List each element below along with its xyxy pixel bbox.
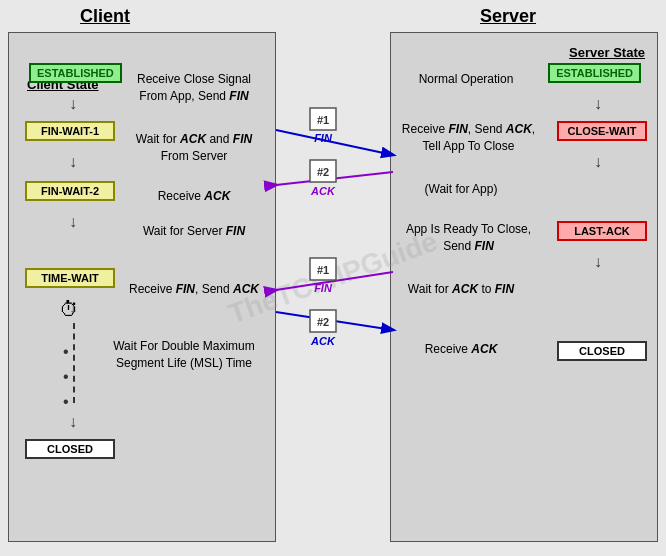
svg-text:#1: #1 bbox=[317, 114, 329, 126]
svg-rect-13 bbox=[310, 310, 336, 332]
desc-close-signal: Receive Close Signal From App, Send FIN bbox=[129, 71, 259, 105]
state-fin-wait-2: FIN-WAIT-2 bbox=[25, 181, 115, 201]
desc-wait-ack-fin-s: Wait for ACK to FIN bbox=[396, 281, 526, 298]
desc-wait-app: (Wait for App) bbox=[396, 181, 526, 198]
desc-normal-op: Normal Operation bbox=[401, 71, 531, 88]
svg-text:FIN: FIN bbox=[314, 132, 333, 144]
svg-line-4 bbox=[276, 172, 393, 185]
dot1: • bbox=[63, 343, 69, 361]
state-fin-wait-1: FIN-WAIT-1 bbox=[25, 121, 115, 141]
dotted-wait-line bbox=[73, 323, 75, 403]
state-established-client: ESTABLISHED bbox=[29, 63, 122, 83]
state-last-ack: LAST-ACK bbox=[557, 221, 647, 241]
svg-text:FIN: FIN bbox=[314, 282, 333, 294]
desc-receive-ack: Receive ACK bbox=[124, 188, 264, 205]
desc-server-receive-fin: Receive FIN, Send ACK, Tell App To Close bbox=[396, 121, 541, 155]
svg-text:#2: #2 bbox=[317, 166, 329, 178]
svg-line-12 bbox=[276, 312, 393, 330]
desc-wait-server-fin: Wait for Server FIN bbox=[124, 223, 264, 240]
arrow-2: ↓ bbox=[69, 153, 77, 171]
arrow-4: ↓ bbox=[69, 299, 77, 317]
desc-wait-msl: Wait For Double Maximum Segment Life (MS… bbox=[109, 338, 259, 372]
server-panel: Server State ESTABLISHED Normal Operatio… bbox=[390, 32, 658, 542]
state-established-server: ESTABLISHED bbox=[548, 63, 641, 83]
server-state-label: Server State bbox=[569, 45, 645, 60]
desc-wait-ack-fin: Wait for ACK and FIN From Server bbox=[124, 131, 264, 165]
server-title: Server bbox=[480, 6, 536, 27]
state-closed-server: CLOSED bbox=[557, 341, 647, 361]
arrow-s1: ↓ bbox=[594, 95, 602, 113]
svg-text:#2: #2 bbox=[317, 316, 329, 328]
svg-text:#1: #1 bbox=[317, 264, 329, 276]
dot3: • bbox=[63, 393, 69, 411]
svg-rect-5 bbox=[310, 160, 336, 182]
arrow-s2: ↓ bbox=[594, 153, 602, 171]
state-closed-client: CLOSED bbox=[25, 439, 115, 459]
desc-receive-ack-s: Receive ACK bbox=[396, 341, 526, 358]
svg-line-8 bbox=[276, 272, 393, 290]
arrow-5: ↓ bbox=[69, 413, 77, 431]
state-time-wait: TIME-WAIT bbox=[25, 268, 115, 288]
arrow-3: ↓ bbox=[69, 213, 77, 231]
arrow-1: ↓ bbox=[69, 95, 77, 113]
svg-rect-1 bbox=[310, 108, 336, 130]
state-close-wait: CLOSE-WAIT bbox=[557, 121, 647, 141]
dot2: • bbox=[63, 368, 69, 386]
desc-app-ready: App Is Ready To Close, Send FIN bbox=[396, 221, 541, 255]
arrow-s3: ↓ bbox=[594, 253, 602, 271]
svg-text:ACK: ACK bbox=[310, 335, 336, 347]
client-title: Client bbox=[80, 6, 130, 27]
desc-receive-fin-send-ack: Receive FIN, Send ACK bbox=[124, 281, 264, 298]
svg-line-0 bbox=[276, 130, 393, 155]
client-panel: Client State ESTABLISHED ↓ Receive Close… bbox=[8, 32, 276, 542]
svg-text:ACK: ACK bbox=[310, 185, 336, 197]
svg-rect-9 bbox=[310, 258, 336, 280]
diagram: Client Server Client State ESTABLISHED ↓… bbox=[0, 0, 666, 556]
